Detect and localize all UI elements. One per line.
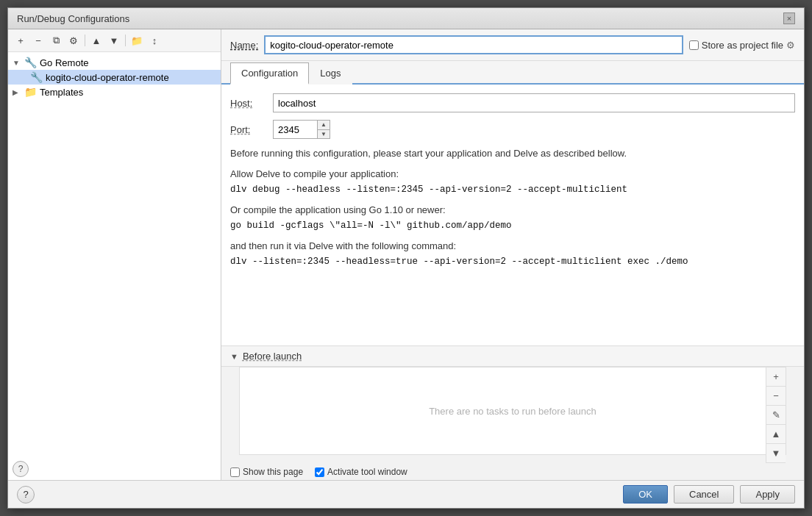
port-label: Port: — [230, 124, 267, 135]
store-checkbox[interactable] — [689, 40, 699, 50]
toolbar-separator-2 — [125, 35, 126, 46]
allow-delve-cmd: dlv debug --headless --listen=:2345 --ap… — [230, 182, 795, 197]
dialog-title: Run/Debug Configurations — [17, 13, 129, 24]
store-checkbox-area: Store as project file ⚙ — [689, 40, 795, 51]
add-config-button[interactable]: + — [13, 32, 29, 49]
move-up-button[interactable]: ▲ — [88, 32, 104, 49]
left-panel: + − ⧉ ⚙ ▲ ▼ 📁 ↕ ▼ 🔧 Go Remote — [8, 29, 221, 480]
activate-tool-label: Activate tool window — [327, 467, 407, 477]
help-button[interactable]: ? — [17, 486, 35, 504]
port-input[interactable] — [273, 120, 317, 139]
port-spinner: ▲ ▼ — [273, 120, 330, 139]
before-launch-area: There are no tasks to run before launch … — [239, 367, 786, 455]
before-launch-container: There are no tasks to run before launch … — [230, 367, 795, 461]
copy-config-button[interactable]: ⧉ — [48, 32, 64, 49]
run-debug-dialog: Run/Debug Configurations × + − ⧉ ⚙ ▲ ▼ 📁… — [7, 7, 805, 509]
title-bar: Run/Debug Configurations × — [8, 8, 804, 29]
host-label: Host: — [230, 98, 267, 109]
host-input[interactable] — [273, 93, 795, 112]
show-page-label: Show this page — [243, 467, 303, 477]
show-page-check-label: Show this page — [230, 467, 303, 477]
spinner-buttons: ▲ ▼ — [317, 120, 330, 139]
name-input[interactable] — [264, 35, 683, 54]
allow-delve-title: Allow Delve to compile your application: — [230, 168, 795, 179]
tree-arrow-go-remote: ▼ — [13, 59, 21, 67]
port-row: Port: ▲ ▼ — [230, 120, 795, 139]
dialog-footer: ? OK Cancel Apply — [8, 480, 804, 508]
folder-button[interactable]: 📁 — [129, 32, 145, 49]
no-tasks-text: There are no tasks to run before launch — [429, 406, 596, 417]
tabs-row: Configuration Logs — [221, 61, 804, 85]
before-launch-remove-button[interactable]: − — [766, 387, 786, 406]
ok-button[interactable]: OK — [623, 485, 668, 504]
right-panel: Name: Store as project file ⚙ Configurat… — [221, 29, 804, 480]
tree-arrow-templates: ▶ — [13, 88, 21, 96]
before-launch-side-buttons: + − ✎ ▲ ▼ — [766, 368, 786, 463]
or-compile-cmd: go build -gcflags \"all=-N -l\" github.c… — [230, 218, 795, 233]
kogito-label: kogito-cloud-operator-remote — [46, 72, 169, 83]
templates-label: Templates — [40, 87, 83, 98]
tab-logs[interactable]: Logs — [309, 62, 352, 85]
help-button-left[interactable]: ? — [13, 461, 29, 477]
store-gear-icon[interactable]: ⚙ — [786, 40, 795, 51]
sort-button[interactable]: ↕ — [146, 32, 163, 49]
activate-tool-checkbox[interactable] — [315, 467, 324, 477]
tree-item-kogito[interactable]: 🔧 kogito-cloud-operator-remote — [8, 70, 221, 85]
run-via-title: and then run it via Delve with the follo… — [230, 240, 795, 251]
move-down-button[interactable]: ▼ — [106, 32, 122, 49]
host-row: Host: — [230, 93, 795, 112]
toolbar-separator — [85, 35, 85, 46]
go-remote-icon: 🔧 — [24, 57, 37, 68]
name-label: Name: — [230, 40, 258, 51]
before-launch-edit-button[interactable]: ✎ — [766, 406, 786, 425]
content-area: Host: Port: ▲ ▼ — [221, 85, 804, 345]
config-tree: ▼ 🔧 Go Remote 🔧 kogito-cloud-operator-re… — [8, 52, 221, 458]
footer-help-area: ? — [17, 486, 35, 504]
tab-configuration[interactable]: Configuration — [230, 62, 309, 85]
settings-button[interactable]: ⚙ — [65, 32, 82, 49]
before-launch-header[interactable]: ▼ Before launch — [221, 345, 804, 367]
toolbar: + − ⧉ ⚙ ▲ ▼ 📁 ↕ — [8, 29, 221, 52]
before-launch-down-button[interactable]: ▼ — [766, 444, 786, 463]
show-page-checkbox[interactable] — [230, 467, 240, 477]
tab-content-configuration: Host: Port: ▲ ▼ — [221, 85, 804, 345]
apply-button[interactable]: Apply — [740, 485, 795, 504]
bottom-checks: Show this page Activate tool window — [221, 464, 804, 480]
templates-icon: 📁 — [24, 86, 37, 98]
right-main: Host: Port: ▲ ▼ — [221, 85, 804, 480]
kogito-icon: 🔧 — [30, 71, 43, 83]
before-launch-arrow: ▼ — [230, 352, 238, 361]
or-compile-title: Or compile the application using Go 1.10… — [230, 204, 795, 215]
go-remote-label: Go Remote — [40, 57, 88, 68]
name-row: Name: Store as project file ⚙ — [221, 29, 804, 61]
port-increment-button[interactable]: ▲ — [318, 121, 330, 130]
before-launch-label: Before launch — [243, 351, 302, 362]
activate-tool-check-label: Activate tool window — [315, 467, 407, 477]
before-launch-up-button[interactable]: ▲ — [766, 425, 786, 444]
dialog-body: + − ⧉ ⚙ ▲ ▼ 📁 ↕ ▼ 🔧 Go Remote — [8, 29, 804, 480]
close-button[interactable]: × — [783, 12, 795, 24]
info-text: Before running this configuration, pleas… — [230, 146, 795, 161]
port-decrement-button[interactable]: ▼ — [318, 130, 330, 139]
before-launch-add-button[interactable]: + — [766, 368, 786, 387]
cancel-button[interactable]: Cancel — [674, 485, 734, 504]
tree-item-go-remote[interactable]: ▼ 🔧 Go Remote — [8, 55, 221, 70]
store-label: Store as project file — [702, 40, 783, 51]
remove-config-button[interactable]: − — [30, 32, 46, 49]
run-via-cmd: dlv --listen=:2345 --headless=true --api… — [230, 254, 795, 269]
tree-item-templates[interactable]: ▶ 📁 Templates — [8, 85, 221, 99]
